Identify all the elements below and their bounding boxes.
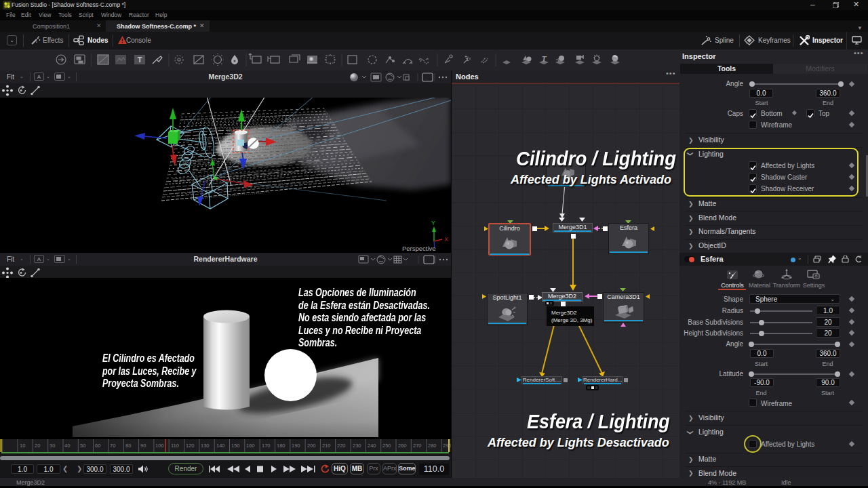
svg-text:130: 130 [201, 443, 210, 449]
svg-text:T: T [138, 56, 142, 64]
svg-text:X: X [444, 236, 448, 243]
svg-text:Perspective: Perspective [402, 245, 436, 252]
svg-text:20: 20 [35, 443, 40, 449]
svg-text:60: 60 [95, 443, 100, 449]
svg-text:40: 40 [64, 443, 70, 449]
svg-text:140: 140 [216, 443, 225, 449]
svg-text:80: 80 [125, 443, 131, 449]
svg-text:230: 230 [353, 443, 361, 449]
svg-text:10: 10 [20, 443, 25, 449]
svg-text:70: 70 [110, 443, 115, 449]
svg-text:250: 250 [382, 443, 391, 449]
svg-text:190: 190 [292, 443, 300, 449]
svg-text:110: 110 [171, 443, 179, 449]
svg-text:50: 50 [80, 443, 85, 449]
svg-text:30: 30 [50, 443, 55, 449]
svg-text:220: 220 [337, 443, 346, 449]
svg-text:Y: Y [431, 220, 435, 226]
svg-text:120: 120 [186, 443, 195, 449]
svg-text:210: 210 [322, 443, 331, 449]
svg-text:90: 90 [140, 443, 146, 449]
svg-text:200: 200 [307, 443, 316, 449]
svg-text:170: 170 [262, 443, 271, 449]
svg-text:160: 160 [246, 443, 255, 449]
svg-text:100: 100 [155, 443, 164, 449]
svg-text:150: 150 [231, 443, 240, 449]
svg-text:270: 270 [413, 443, 422, 449]
svg-text:290: 290 [443, 443, 451, 449]
svg-text:180: 180 [277, 443, 285, 449]
svg-text:240: 240 [368, 443, 376, 449]
svg-text:260: 260 [398, 443, 407, 449]
svg-text:280: 280 [428, 443, 437, 449]
